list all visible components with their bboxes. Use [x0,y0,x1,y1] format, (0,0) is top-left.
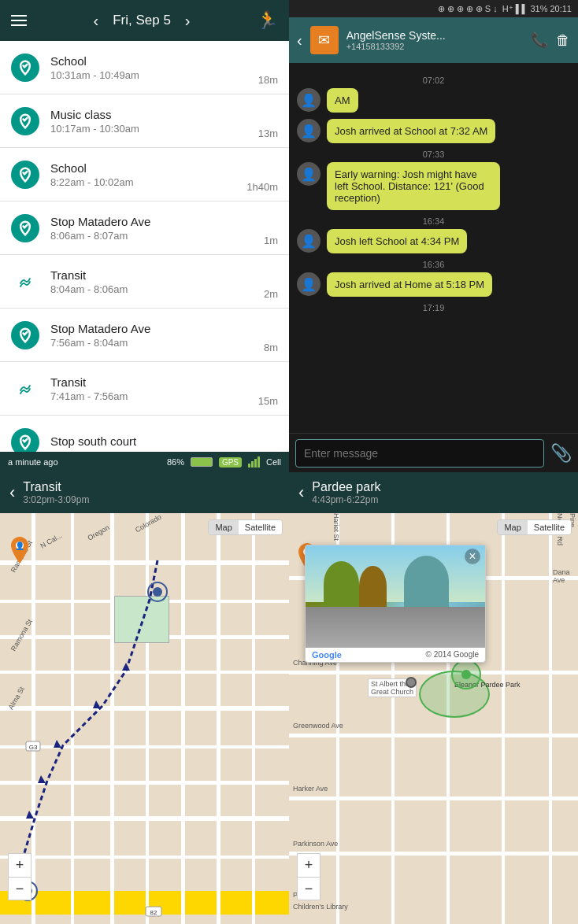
activity-item[interactable]: Music class 10:17am - 10:30am 13m [0,94,289,148]
call-button[interactable]: 📞 [531,31,548,49]
check-icon [11,107,39,135]
activity-item[interactable]: School 8:22am - 10:02am 1h40m [0,148,289,201]
transit-zoom-out-button[interactable]: − [8,877,31,900]
streetview-image: × [306,545,485,648]
check-icon [11,214,39,242]
messaging-back-button[interactable]: ‹ [297,31,302,50]
cell-icon [248,456,260,468]
message-input[interactable] [295,439,544,468]
activity-header: ‹ Fri, Sep 5 › 🏃 [0,0,289,41]
activity-item[interactable]: Stop Matadero Ave 8:06am - 8:07am 1m [0,201,289,255]
transit-map-bg: Map Satellite 👤 [0,513,289,924]
prev-day-button[interactable]: ‹ [90,9,102,33]
msg-row-left: 👤 Josh left School at 4:34 PM [297,229,570,253]
transit-map-back-button[interactable]: ‹ [9,482,15,503]
map-type-buttons: Map Satellite [208,519,283,535]
parkinson-label: Parkinson Ave [293,840,338,848]
pardee-map-button[interactable]: Map [498,520,527,534]
activity-time: 8:06am - 8:07am [50,230,264,242]
activity-info: Stop Matadero Ave 8:06am - 8:07am [50,215,264,242]
activity-item[interactable]: Stop Matadero Ave 7:56am - 8:04am 8m [0,309,289,362]
cell-label: Cell [266,457,281,467]
message-list: 07:02 👤 AM 👤 Josh arrived at School at 7… [289,63,578,433]
msg-bubble-left: Josh left School at 4:34 PM [327,229,467,253]
activity-info: Music class 10:17am - 10:30am [50,108,258,135]
church-icon [406,677,417,688]
pardee-zoom-in-button[interactable]: + [297,853,320,877]
activity-duration: 18m [258,74,278,86]
android-status-bar: ⊕ ⊕ ⊕ ⊕ ⊕ S ↓ H⁺ ▌▌ 31% 20:11 [289,0,578,17]
activity-panel: ‹ Fri, Sep 5 › 🏃 School 10:31am - 10:49a… [0,0,289,472]
runner-icon: 🏃 [257,10,278,31]
transit-map-title-group: Transit 3:02pm-3:09pm [23,480,280,505]
transit-zoom-in-button[interactable]: + [8,853,31,877]
message-input-row: 📎 [289,433,578,472]
msg-timestamp-4: 16:36 [297,260,570,269]
activity-name: Transit [50,375,258,389]
pardee-map-title-group: Pardee park 4:43pm-6:22pm [312,480,569,505]
pardee-map-header: ‹ Pardee park 4:43pm-6:22pm [289,472,578,513]
activity-info: Stop south court [50,434,278,449]
check-icon [11,428,39,453]
hamburger-menu[interactable] [11,15,27,26]
pardee-map-container[interactable]: Map Satellite [289,513,578,924]
transit-map-title: Transit [23,480,280,494]
status-icons: ⊕ ⊕ ⊕ ⊕ ⊕ S ↓ [438,4,498,14]
next-day-button[interactable]: › [182,9,194,33]
transit-map-container[interactable]: Map Satellite 👤 [0,513,289,924]
delete-button[interactable]: 🗑 [556,32,570,49]
activity-time: 10:17am - 10:30am [50,123,258,135]
msg-bubble-home: Josh arrived at Home at 5:18 PM [327,272,492,297]
msg-avatar-2: 👤 [297,119,320,142]
park-label: Eleanor Pardee Park [454,681,521,689]
activity-item[interactable]: Transit 7:41am - 7:56am 15m [0,362,289,416]
activity-item[interactable]: Stop south court [0,416,289,452]
pardee-map-panel: ‹ Pardee park 4:43pm-6:22pm Map Satellit… [289,472,578,924]
activity-duration: 2m [264,288,278,300]
library-label2: Children's Library [293,903,348,911]
transit-map-panel: ‹ Transit 3:02pm-3:09pm Map Satellite 👤 [0,472,289,924]
streetview-popup: × Google © 2014 Google [305,545,486,663]
msg-bubble-am: AM [327,88,358,113]
contact-name: AngelSense Syste... [346,29,523,42]
messaging-panel: ⊕ ⊕ ⊕ ⊕ ⊕ S ↓ H⁺ ▌▌ 31% 20:11 ‹ ✉ AngelS… [289,0,578,472]
map-button[interactable]: Map [209,520,238,534]
msg-avatar-3: 👤 [297,162,320,186]
pardee-satellite-button[interactable]: Satellite [528,520,571,534]
msg-bubble-warning: Early warning: Josh might have left Scho… [327,162,500,210]
activity-info: Transit 7:41am - 7:56am [50,375,258,402]
msg-row-am: 👤 AM [297,88,570,113]
msg-bubble-arrived: Josh arrived at School at 7:32 AM [327,119,495,143]
msg-row-home: 👤 Josh arrived at Home at 5:18 PM [297,272,570,297]
activity-item[interactable]: School 10:31am - 10:49am 18m [0,41,289,94]
activity-name: Transit [50,268,264,282]
streetview-copyright: © 2014 Google [426,650,479,660]
pardee-map-subtitle: 4:43pm-6:22pm [312,494,569,505]
msg-avatar-4: 👤 [297,229,320,253]
pardee-zoom-controls: + − [297,853,320,900]
battery-percent: 86% [167,457,184,467]
check-icon [11,161,39,189]
streetview-close-button[interactable]: × [465,549,480,564]
pardee-map-back-button[interactable]: ‹ [298,482,304,503]
activity-info: School 10:31am - 10:49am [50,54,258,81]
google-logo: Google [312,650,342,660]
satellite-button[interactable]: Satellite [239,520,282,534]
activity-time: 10:31am - 10:49am [50,69,258,81]
activity-info: School 8:22am - 10:02am [50,161,246,188]
activity-name: Music class [50,108,258,121]
hariet-label: Hariet St [332,513,340,541]
activity-time: 7:41am - 7:56am [50,390,258,402]
battery-status: H⁺ ▌▌ 31% 20:11 [502,4,572,14]
pardee-map-bg: Map Satellite [289,513,578,924]
activity-item[interactable]: Transit 8:04am - 8:06am 2m [0,255,289,309]
dana-label: Dana Ave [553,568,578,584]
activity-name: Stop Matadero Ave [50,215,264,228]
activity-name: School [50,54,258,68]
attachment-button[interactable]: 📎 [550,443,572,464]
date-label: Fri, Sep 5 [113,13,171,28]
messaging-header: ‹ ✉ AngelSense Syste... +14158133392 📞 🗑 [289,17,578,63]
pardee-zoom-out-button[interactable]: − [297,877,320,900]
streetview-footer: Google © 2014 Google [306,648,485,662]
battery-icon [191,457,213,467]
